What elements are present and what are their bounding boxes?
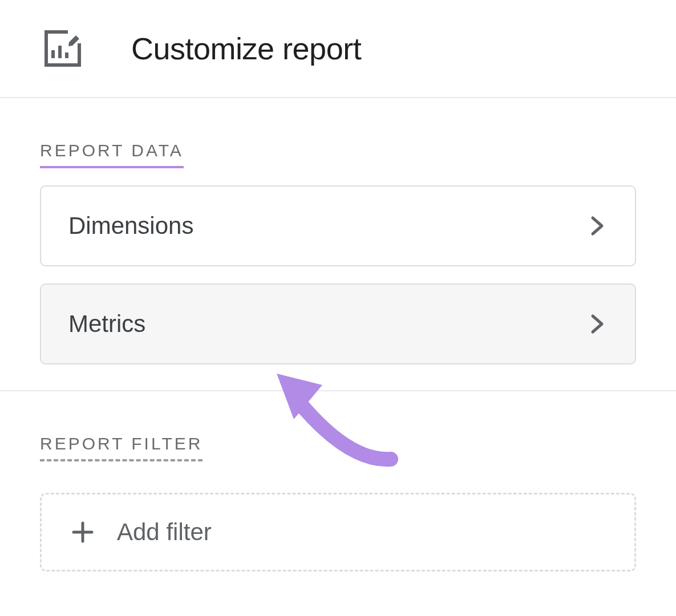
report-filter-section: REPORT FILTER Add filter [0, 391, 676, 572]
metrics-option[interactable]: Metrics [40, 283, 636, 364]
plus-icon [69, 518, 96, 546]
dimensions-option[interactable]: Dimensions [40, 185, 636, 266]
dimensions-label: Dimensions [68, 212, 193, 240]
report-data-heading: REPORT DATA [40, 141, 184, 168]
report-data-section: REPORT DATA Dimensions Metrics [0, 98, 676, 364]
report-filter-heading: REPORT FILTER [40, 434, 203, 461]
add-filter-button[interactable]: Add filter [40, 493, 636, 572]
chevron-right-icon [587, 216, 608, 236]
add-filter-label: Add filter [117, 518, 212, 546]
chevron-right-icon [587, 314, 608, 334]
customize-report-icon [43, 29, 83, 68]
page-header: Customize report [0, 0, 676, 98]
page-title: Customize report [131, 31, 361, 66]
metrics-label: Metrics [68, 310, 145, 338]
